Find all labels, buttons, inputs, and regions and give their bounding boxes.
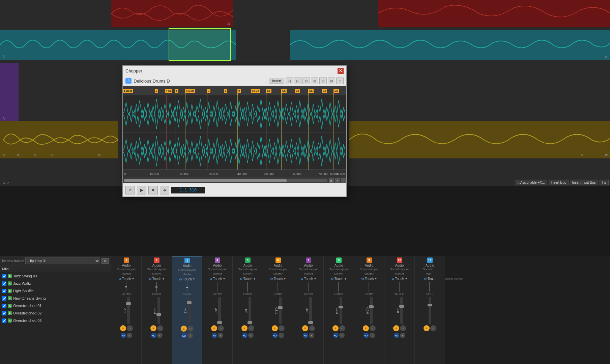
ch2-fader-thumb[interactable] [156, 313, 161, 316]
toolbar-icon-7[interactable]: ⊡ [336, 78, 344, 84]
scroll-zoom-in-btn[interactable]: + [335, 178, 340, 183]
ch10-fader-track[interactable] [400, 297, 403, 324]
insert-input-bus-button[interactable]: Insert Input Bus [570, 180, 598, 185]
track-item-light-shuffle[interactable]: A Light Shuffle [0, 287, 111, 295]
ch5-pan-bar[interactable] [247, 282, 248, 292]
insert-bus-button[interactable]: Insert Bus [549, 180, 569, 185]
ch7-fader-track[interactable] [309, 297, 312, 324]
ch8-fader-track[interactable] [340, 297, 342, 324]
ch8-s-button[interactable]: S [332, 325, 339, 331]
ch9-dropdown-arrow[interactable]: ▼ [374, 277, 377, 280]
ch3-fader-track[interactable] [188, 297, 191, 324]
transport-tostart-button[interactable]: ⏮ [160, 186, 169, 194]
track-item-new-orleans[interactable]: A New Orleans Swing [0, 295, 111, 302]
ch4-dyn-btn[interactable]: ! [218, 333, 223, 338]
ch6-fader-track[interactable] [279, 297, 282, 324]
track-checkbox-jazz-swing[interactable] [2, 274, 6, 278]
ch6-eq-btn[interactable]: EQ [272, 333, 278, 338]
ch6-gear-icon[interactable]: ⚙ [270, 277, 273, 281]
ch10-s-button[interactable]: S [393, 325, 399, 331]
ch8-fader-thumb[interactable] [339, 306, 343, 308]
add-track-x-button[interactable]: ✕ [101, 258, 109, 264]
ch11-fader-thumb[interactable] [428, 304, 432, 306]
ch1-pan-bar[interactable] [126, 282, 126, 292]
scroll-play-btn[interactable]: ▶ [329, 178, 334, 183]
track-checkbox-overstretched-3[interactable] [2, 318, 6, 323]
ch7-fader-thumb[interactable] [308, 321, 313, 324]
ch5-dropdown-arrow[interactable]: ▼ [253, 277, 256, 280]
ch7-pan-bar[interactable] [308, 282, 309, 292]
ch7-s-button[interactable]: S [302, 325, 308, 331]
toolbar-icon-3[interactable]: ⊡ [302, 78, 310, 84]
ch1-fader-track[interactable] [127, 297, 130, 324]
scrollbar-thumb[interactable] [124, 179, 287, 182]
toolbar-icon-5[interactable]: ⊟ [319, 78, 327, 84]
ch7-gear-icon[interactable]: ⚙ [300, 277, 303, 281]
ch9-dyn-btn[interactable]: ! [370, 333, 375, 338]
ch6-fader-thumb[interactable] [278, 306, 283, 309]
ch10-fader-thumb[interactable] [399, 305, 404, 308]
transport-play-button[interactable]: ▶ [137, 186, 146, 194]
ch1-fader-thumb[interactable] [126, 302, 131, 305]
ch11-fader-track[interactable] [429, 297, 431, 324]
ch1-s-button[interactable]: S [120, 325, 126, 331]
chopper-insert-button[interactable]: Insert [269, 78, 284, 84]
insert-ins-button[interactable]: Ins [600, 180, 609, 185]
ch3-dyn-btn[interactable]: ! [187, 333, 193, 338]
ch4-s-button[interactable]: S [211, 325, 217, 331]
ch5-s-button[interactable]: S [241, 325, 248, 331]
toolbar-icon-1[interactable]: ◁ [286, 78, 293, 84]
ch10-pan-bar[interactable] [399, 282, 400, 292]
ch8-dropdown-arrow[interactable]: ▼ [344, 277, 347, 280]
ch5-fader-thumb[interactable] [248, 321, 252, 324]
insert-assignable-fx-button[interactable]: rt Assignable FX... [515, 180, 547, 185]
track-checkbox-jazz-waltz[interactable] [2, 281, 6, 286]
ch2-pan-bar[interactable] [156, 282, 157, 292]
ch9-pan-bar[interactable] [369, 282, 369, 292]
ch10-eq-btn[interactable]: EQ [394, 333, 399, 338]
chopper-close-button[interactable]: ✕ [338, 68, 344, 74]
scrollbar-track[interactable] [124, 179, 327, 182]
selected-clip[interactable] [169, 28, 231, 61]
ch5-eq-btn[interactable]: EQ [242, 333, 248, 338]
ch11-gear-icon[interactable]: ⚙ [424, 277, 427, 281]
ch8-eq-btn[interactable]: EQ [333, 333, 339, 338]
ch3-eq-btn[interactable]: EQ [181, 333, 187, 338]
ch3-dropdown-arrow[interactable]: ▼ [193, 278, 195, 281]
ch6-dyn-btn[interactable]: ! [279, 333, 284, 338]
ch8-pan-bar[interactable] [338, 282, 339, 292]
ch2-dropdown-arrow[interactable]: ▼ [162, 277, 165, 280]
ch3-gear-icon[interactable]: ⚙ [179, 277, 182, 281]
ch10-gear-icon[interactable]: ⚙ [391, 277, 395, 281]
transport-stop-button[interactable]: ■ [148, 186, 158, 194]
ch10-dyn-btn[interactable]: ! [400, 333, 405, 338]
track-checkbox-overstretched-2[interactable] [2, 311, 6, 315]
ch5-gear-icon[interactable]: ⚙ [240, 277, 243, 281]
track-preset-dropdown[interactable]: Hip Hop 01 [25, 257, 100, 264]
track-item-jazz-swing[interactable]: A Jazz Swing 03 [0, 272, 111, 280]
toolbar-icon-2[interactable]: ▷ [294, 78, 301, 84]
ch1-eq-btn[interactable]: EQ [121, 333, 126, 338]
ch2-gear-icon[interactable]: ⚙ [149, 277, 152, 281]
ch6-pan-bar[interactable] [278, 282, 278, 292]
track-item-jazz-waltz[interactable]: A Jazz Waltz [0, 280, 111, 287]
track-checkbox-light-shuffle[interactable] [2, 289, 6, 293]
track-checkbox-new-orleans[interactable] [2, 296, 6, 301]
ch9-fader-thumb[interactable] [369, 305, 374, 308]
ch4-eq-btn[interactable]: EQ [212, 333, 217, 338]
ch8-dyn-btn[interactable]: ! [339, 333, 345, 338]
ch3-pan-bar[interactable] [187, 282, 187, 292]
ch2-eq-btn[interactable]: EQ [151, 333, 156, 338]
track-item-overstretched-3[interactable]: A Overstretched 03 [0, 317, 111, 324]
ch3-s-button[interactable]: S [181, 326, 187, 332]
ch7-dyn-btn[interactable]: ! [309, 333, 314, 338]
chopper-scrollbar[interactable]: ▶ + − [123, 178, 346, 183]
ch1-dyn-btn[interactable]: ! [127, 333, 132, 338]
ch11-s-button[interactable]: S [424, 325, 430, 331]
ch8-gear-icon[interactable]: ⚙ [331, 277, 334, 281]
track-item-overstretched-1[interactable]: A Overstretched 01 [0, 302, 111, 309]
ch1-gear-icon[interactable]: ⚙ [118, 277, 121, 281]
ch2-s-button[interactable]: S [150, 325, 156, 331]
transport-rewind-button[interactable]: ↺ [125, 186, 135, 194]
ch4-gear-icon[interactable]: ⚙ [209, 277, 212, 281]
